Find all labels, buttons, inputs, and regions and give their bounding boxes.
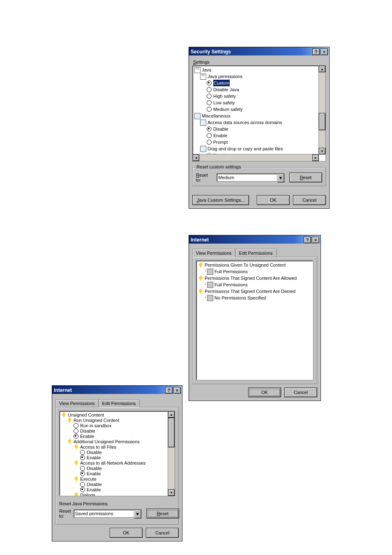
key-icon [74, 492, 79, 496]
radio-an-disable[interactable] [80, 466, 85, 471]
vertical-scrollbar[interactable]: ▲ ▼ [168, 411, 175, 496]
edit-permissions-tree[interactable]: Unsigned Content Run Unsigned Content Ru… [59, 411, 175, 496]
radio-low-safety[interactable] [207, 100, 212, 105]
permissions-tree[interactable]: Permissions Given To Unsigned Content └F… [196, 260, 314, 380]
radio-enable[interactable] [74, 434, 78, 439]
help-button[interactable]: ? [304, 237, 311, 243]
radio-custom[interactable] [207, 81, 212, 85]
window-title: Security Settings [191, 49, 311, 55]
titlebar: Internet ? × [52, 386, 182, 394]
combo-dropdown-button[interactable]: ▼ [134, 509, 141, 518]
settings-tree[interactable]: Java Java permissions Custom Disable Jav… [192, 65, 326, 161]
radio-high-safety[interactable] [207, 94, 212, 99]
tree-access-data: Access data sources across domains [208, 119, 282, 126]
tree-connector: └ [204, 268, 206, 275]
tab-view-permissions[interactable]: View Permissions [192, 249, 235, 257]
close-button[interactable]: × [321, 48, 328, 55]
radio-af-disable[interactable] [80, 450, 85, 455]
signed-denied-header: Permissions That Signed Content Are Deni… [205, 288, 295, 295]
signed-allowed-header: Permissions That Signed Content Are Allo… [205, 275, 297, 281]
vertical-scrollbar[interactable]: ▲ ▼ [318, 66, 325, 154]
settings-label: Settings [193, 60, 326, 64]
key-icon [74, 476, 79, 481]
scroll-up-button[interactable]: ▲ [319, 66, 325, 72]
reset-custom-settings-group: Reset custom settings Reset to: ▼ Reset [192, 167, 326, 186]
scroll-thumb[interactable] [319, 113, 325, 130]
radio-disable[interactable] [74, 428, 78, 433]
cancel-button[interactable]: Cancel [293, 195, 326, 205]
reset-to-combo[interactable]: ▼ [217, 173, 284, 182]
key-icon [198, 289, 203, 294]
opt-ad-prompt[interactable]: Prompt [213, 139, 228, 145]
java-permissions-icon [200, 74, 206, 80]
window-title: Internet [191, 237, 303, 243]
internet-view-permissions-dialog: Internet ? × View Permissions Edit Permi… [189, 235, 321, 401]
unsigned-value: Full Permissions [214, 268, 248, 275]
reset-java-permissions-group: Reset Java Permissions Reset to: ▼ Reset [59, 498, 175, 518]
radio-ad-disable[interactable] [207, 127, 212, 131]
radio-af-enable[interactable] [80, 455, 85, 460]
radio-disable-java[interactable] [207, 87, 212, 92]
horizontal-scrollbar[interactable]: ◄ ► [193, 154, 319, 161]
key-icon [61, 412, 67, 417]
scroll-up-button[interactable]: ▲ [168, 411, 175, 418]
combo-dropdown-button[interactable]: ▼ [277, 173, 284, 182]
tree-connector: └ [204, 281, 206, 288]
window-title: Internet [54, 387, 164, 393]
reset-group-legend: Reset custom settings [195, 164, 242, 169]
opt-custom[interactable]: Custom [213, 80, 230, 86]
tab-panel-edit: Unsigned Content Run Unsigned Content Ru… [55, 407, 179, 525]
tree-misc: Miscellaneous [202, 113, 231, 119]
key-icon [198, 263, 203, 268]
radio-medium-safety[interactable] [207, 107, 212, 112]
dragdrop-icon [200, 146, 206, 152]
radio-sandbox[interactable] [74, 423, 78, 428]
tree-java-permissions: Java permissions [208, 73, 242, 80]
help-button[interactable]: ? [165, 387, 173, 394]
scroll-thumb[interactable] [168, 418, 175, 447]
close-button[interactable]: × [312, 237, 319, 243]
opt-medium-safety[interactable]: Medium safety [213, 106, 243, 113]
close-button[interactable]: × [173, 387, 181, 394]
cancel-button[interactable]: Cancel [284, 387, 317, 397]
opt-high-safety[interactable]: High safety [213, 93, 236, 99]
opt-disable-java[interactable]: Disable Java [213, 86, 239, 93]
dialogs: Dialogs [80, 492, 95, 496]
signed-allowed-value: Full Permissions [214, 281, 248, 288]
scroll-down-button[interactable]: ▼ [319, 148, 325, 154]
radio-ex-disable[interactable] [80, 482, 85, 487]
tab-edit-permissions[interactable]: Edit Permissions [99, 399, 140, 408]
reset-to-input[interactable] [217, 173, 277, 182]
scroll-left-button[interactable]: ◄ [193, 154, 199, 161]
radio-ex-enable[interactable] [80, 487, 85, 492]
access-data-icon [200, 120, 206, 126]
ok-button[interactable]: OK [257, 195, 290, 205]
tab-bar: View Permissions Edit Permissions [55, 398, 179, 407]
opt-low-safety[interactable]: Low safety [213, 99, 235, 106]
radio-ad-prompt[interactable] [207, 140, 212, 145]
key-icon [67, 439, 72, 444]
java-custom-settings-button[interactable]: Java Custom Settings... [192, 195, 249, 205]
tab-view-permissions[interactable]: View Permissions [55, 399, 99, 407]
tab-panel-view: Permissions Given To Unsigned Content └F… [192, 257, 317, 384]
reset-button[interactable]: Reset [146, 509, 179, 518]
reset-to-combo[interactable]: ▼ [74, 509, 141, 518]
ok-button[interactable]: OK [110, 528, 143, 538]
tree-dragdrop: Drag and drop or copy and paste files [208, 145, 283, 152]
permission-icon [207, 295, 213, 301]
tree-connector: └ [204, 295, 206, 301]
scroll-right-button[interactable]: ► [312, 154, 319, 161]
opt-ad-disable[interactable]: Disable [213, 126, 228, 132]
reset-to-input[interactable] [74, 509, 134, 518]
scroll-down-button[interactable]: ▼ [168, 489, 175, 496]
reset-group-legend: Reset Java Permissions [59, 501, 175, 506]
opt-ad-enable[interactable]: Enable [213, 132, 227, 139]
radio-an-enable[interactable] [80, 471, 85, 476]
ok-button[interactable]: OK [248, 387, 281, 397]
tab-edit-permissions[interactable]: Edit Permissions [235, 249, 277, 257]
help-button[interactable]: ? [312, 48, 320, 55]
reset-button[interactable]: Reset [289, 173, 322, 182]
java-icon [194, 67, 201, 73]
cancel-button[interactable]: Cancel [146, 528, 179, 538]
radio-ad-enable[interactable] [207, 133, 212, 138]
